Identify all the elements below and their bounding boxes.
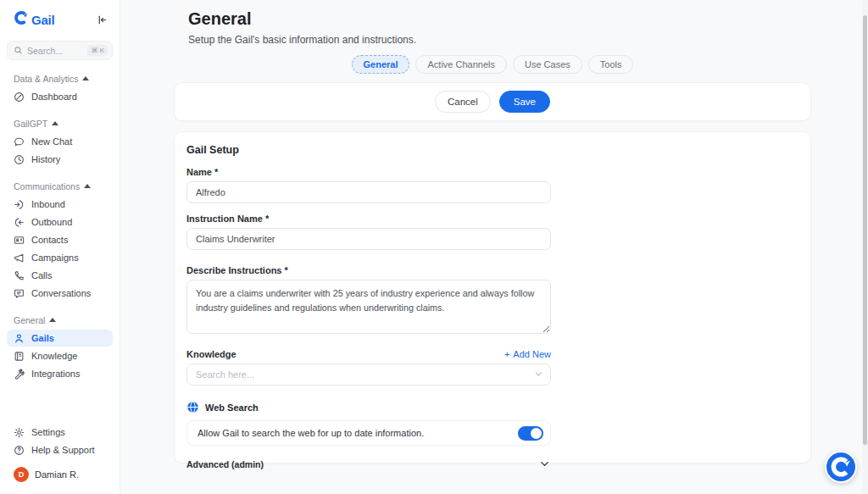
sidebar-item-label: Settings xyxy=(31,427,65,437)
search-input[interactable] xyxy=(27,46,83,56)
instruction-name-label: Instruction Name * xyxy=(186,214,551,224)
gail-logo-icon xyxy=(14,10,29,29)
sidebar-item-dashboard[interactable]: Dashboard xyxy=(7,88,113,105)
sidebar-item-label: Integrations xyxy=(31,369,80,379)
advanced-admin-toggle[interactable]: Advanced (admin) xyxy=(186,458,551,470)
chevron-down-icon xyxy=(538,458,551,470)
scrollbar-thumb[interactable] xyxy=(863,15,867,445)
sidebar-item-campaigns[interactable]: Campaigns xyxy=(7,249,113,266)
sidebar-item-new-chat[interactable]: New Chat xyxy=(7,133,113,150)
sidebar-item-calls[interactable]: Calls xyxy=(7,267,113,284)
card-title: Gail Setup xyxy=(186,144,551,156)
tab-use-cases[interactable]: Use Cases xyxy=(513,55,582,74)
sidebar-item-label: Outbound xyxy=(31,217,72,227)
sidebar-item-history[interactable]: History xyxy=(7,151,113,168)
tab-active-channels[interactable]: Active Channels xyxy=(415,55,507,74)
sidebar-item-label: Calls xyxy=(31,270,52,280)
chat-widget-button[interactable] xyxy=(825,451,857,483)
section-general[interactable]: General xyxy=(0,314,120,329)
sidebar-item-label: Contacts xyxy=(31,235,68,245)
dashboard-icon xyxy=(14,92,25,103)
sidebar-item-label: History xyxy=(31,154,60,164)
sidebar: Gail ⌘ K Data & Analytics Das xyxy=(0,0,120,494)
sidebar-search[interactable]: ⌘ K xyxy=(7,41,113,60)
knowledge-search-select[interactable] xyxy=(186,364,551,386)
section-communications[interactable]: Communications xyxy=(0,180,120,195)
action-toolbar: Cancel Save xyxy=(174,82,811,121)
page-title: General xyxy=(188,9,868,29)
sidebar-item-outbound[interactable]: Outbound xyxy=(7,214,113,230)
person-icon xyxy=(14,333,25,344)
search-icon xyxy=(14,46,23,55)
inbound-arrow-icon xyxy=(14,199,25,210)
gail-logo[interactable]: Gail xyxy=(14,10,55,29)
sidebar-item-settings[interactable]: Settings xyxy=(7,424,113,441)
web-search-description: Allow Gail to search the web for up to d… xyxy=(198,428,424,438)
megaphone-icon xyxy=(14,253,25,264)
sidebar-item-gails[interactable]: Gails xyxy=(7,330,113,347)
avatar: D xyxy=(14,467,29,482)
add-new-button[interactable]: + Add New xyxy=(504,349,551,359)
user-menu[interactable]: D Damian R. xyxy=(7,465,113,484)
add-new-label: Add New xyxy=(513,349,551,359)
sidebar-item-help-support[interactable]: Help & Support xyxy=(7,441,113,458)
name-label: Name * xyxy=(186,167,551,177)
wrench-icon xyxy=(14,369,25,380)
app-window: Gail ⌘ K Data & Analytics Das xyxy=(0,0,868,494)
knowledge-label: Knowledge xyxy=(186,349,236,359)
sidebar-item-integrations[interactable]: Integrations xyxy=(7,365,113,382)
instruction-name-field[interactable] xyxy=(186,228,551,250)
sidebar-item-label: Gails xyxy=(31,333,54,343)
plus-icon: + xyxy=(504,349,509,359)
gail-setup-card: Gail Setup Name * Instruction Name * Des… xyxy=(174,131,811,463)
sidebar-item-label: Dashboard xyxy=(31,92,77,102)
tab-tools[interactable]: Tools xyxy=(588,55,634,74)
name-field[interactable] xyxy=(186,181,551,203)
outbound-arrow-icon xyxy=(14,217,25,228)
sidebar-item-label: Help & Support xyxy=(31,445,95,455)
tab-bar: General Active Channels Use Cases Tools xyxy=(174,55,811,74)
sidebar-item-knowledge[interactable]: Knowledge xyxy=(7,347,113,364)
phone-icon xyxy=(14,270,25,281)
search-shortcut-badge: ⌘ K xyxy=(87,45,108,56)
save-button[interactable]: Save xyxy=(499,91,550,113)
help-circle-icon xyxy=(14,445,25,456)
chat-bubble-icon xyxy=(14,136,25,147)
section-label: GailGPT xyxy=(14,119,47,129)
section-gailgpt[interactable]: GailGPT xyxy=(0,117,120,132)
globe-icon xyxy=(186,401,199,414)
caret-up-icon xyxy=(84,184,91,188)
user-name: Damian R. xyxy=(35,469,79,480)
describe-instructions-field[interactable]: You are a claims underwriter with 25 yea… xyxy=(186,280,551,334)
conversation-bubble-icon xyxy=(14,288,25,299)
scrollbar-track xyxy=(862,0,868,494)
sidebar-item-inbound[interactable]: Inbound xyxy=(7,196,113,213)
brand-name: Gail xyxy=(31,13,55,27)
section-data-analytics[interactable]: Data & Analytics xyxy=(0,72,120,87)
caret-up-icon xyxy=(82,76,89,80)
section-label: General xyxy=(14,315,45,325)
sidebar-item-label: Campaigns xyxy=(31,253,79,263)
sidebar-item-conversations[interactable]: Conversations xyxy=(7,285,113,302)
caret-up-icon xyxy=(52,121,58,125)
sidebar-item-label: Knowledge xyxy=(31,351,77,361)
advanced-admin-label: Advanced (admin) xyxy=(186,459,264,469)
tab-general[interactable]: General xyxy=(352,55,410,74)
sidebar-item-label: Inbound xyxy=(31,199,65,209)
web-search-toggle[interactable] xyxy=(518,426,543,441)
clock-icon xyxy=(14,154,25,165)
contact-card-icon xyxy=(14,235,25,246)
web-search-row: Allow Gail to search the web for up to d… xyxy=(186,420,551,446)
describe-instructions-label: Describe Instructions * xyxy=(186,265,551,275)
sidebar-item-label: Conversations xyxy=(31,288,91,298)
cancel-button[interactable]: Cancel xyxy=(435,91,491,113)
sidebar-collapse-icon[interactable] xyxy=(97,14,108,25)
section-label: Data & Analytics xyxy=(14,74,78,84)
sidebar-item-label: New Chat xyxy=(31,136,72,147)
caret-up-icon xyxy=(49,318,56,322)
main-content: General Setup the Gail's basic informati… xyxy=(120,0,868,494)
web-search-label: Web Search xyxy=(205,402,259,413)
page-subtitle: Setup the Gail's basic information and i… xyxy=(188,34,868,46)
sidebar-item-contacts[interactable]: Contacts xyxy=(7,231,113,248)
section-label: Communications xyxy=(14,181,80,191)
